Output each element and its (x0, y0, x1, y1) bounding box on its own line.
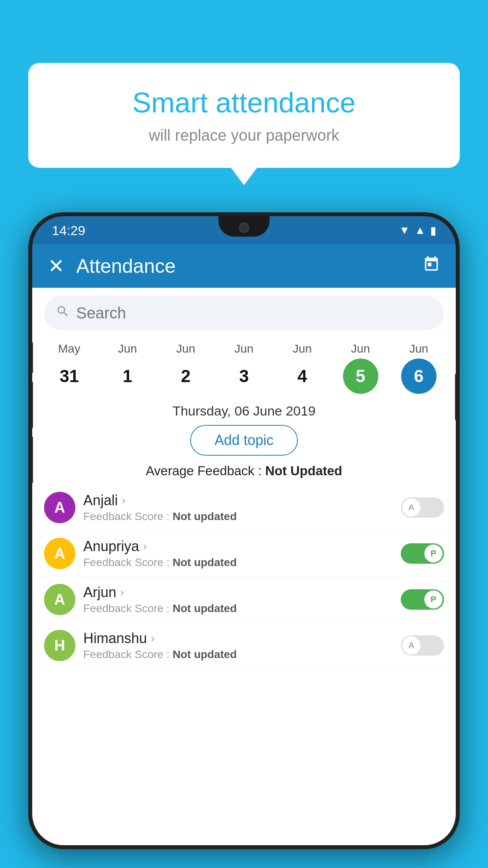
calendar-day-1[interactable]: Jun1 (102, 342, 153, 394)
phone-wrap: 14:29 ▼ ▲ ▮ ✕ Attendance (28, 212, 460, 868)
student-info-1: Anupriya ›Feedback Score : Not updated (83, 538, 393, 569)
student-info-3: Himanshu ›Feedback Score : Not updated (83, 630, 393, 661)
wifi-icon: ▼ (399, 224, 410, 237)
student-score-2: Feedback Score : Not updated (83, 602, 393, 615)
cal-day-number: 3 (226, 359, 262, 394)
student-chevron-2: › (120, 586, 124, 599)
attendance-toggle-1[interactable]: P (401, 543, 444, 564)
toggle-knob-3: A (402, 636, 420, 655)
student-chevron-0: › (122, 494, 125, 507)
cal-month-label: May (58, 342, 81, 355)
cal-day-number: 4 (284, 359, 320, 394)
cal-month-label: Jun (293, 342, 312, 355)
attendance-toggle-2[interactable]: P (401, 589, 444, 610)
calendar-day-2[interactable]: Jun2 (160, 342, 211, 394)
battery-icon: ▮ (430, 224, 436, 237)
student-score-1: Feedback Score : Not updated (83, 556, 393, 569)
add-topic-button[interactable]: Add topic (190, 425, 298, 456)
bubble-subtitle: will replace your paperwork (56, 127, 432, 144)
attendance-toggle-0[interactable]: A (401, 497, 444, 518)
student-name-3: Himanshu › (83, 630, 393, 647)
student-item-3[interactable]: HHimanshu ›Feedback Score : Not updatedA (40, 623, 448, 669)
cal-month-label: Jun (118, 342, 137, 355)
cal-day-number: 6 (401, 359, 437, 394)
power-button (455, 373, 460, 421)
bubble-title: Smart attendance (56, 86, 432, 119)
cal-day-number: 31 (51, 359, 87, 394)
search-icon (56, 304, 70, 322)
student-avatar-1: A (44, 538, 75, 569)
toggle-knob-1: P (424, 544, 442, 563)
camera (239, 223, 249, 233)
student-item-0[interactable]: AAnjali ›Feedback Score : Not updatedA (40, 485, 448, 531)
phone-frame: 14:29 ▼ ▲ ▮ ✕ Attendance (28, 212, 460, 849)
student-name-0: Anjali › (83, 492, 393, 509)
student-score-0: Feedback Score : Not updated (83, 510, 393, 523)
student-info-0: Anjali ›Feedback Score : Not updated (83, 492, 393, 523)
cal-month-label: Jun (351, 342, 370, 355)
student-name-1: Anupriya › (83, 538, 393, 555)
calendar-day-4[interactable]: Jun4 (277, 342, 328, 394)
avg-feedback-value: Not Updated (265, 463, 342, 478)
status-icons: ▼ ▲ ▮ (399, 224, 436, 237)
signal-icon: ▲ (415, 224, 426, 237)
student-list: AAnjali ›Feedback Score : Not updatedAAA… (32, 485, 456, 669)
calendar-day-0[interactable]: May31 (44, 342, 95, 394)
date-header: Thursday, 06 June 2019 (32, 403, 456, 419)
toggle-knob-2: P (424, 590, 442, 609)
avg-feedback: Average Feedback : Not Updated (32, 463, 456, 478)
status-time: 14:29 (52, 223, 85, 238)
cal-day-number: 5 (343, 359, 378, 394)
student-avatar-2: A (44, 584, 75, 615)
search-bar[interactable] (44, 296, 444, 330)
attendance-toggle-3[interactable]: A (401, 635, 444, 656)
student-avatar-3: H (44, 630, 75, 661)
calendar-strip: May31Jun1Jun2Jun3Jun4Jun5Jun6 (32, 338, 456, 394)
app-title: Attendance (76, 255, 176, 278)
student-name-2: Arjun › (83, 584, 393, 601)
assistant-button (28, 436, 33, 484)
speech-bubble: Smart attendance will replace your paper… (28, 63, 460, 168)
app-bar-left: ✕ Attendance (48, 255, 176, 278)
calendar-button[interactable] (423, 256, 440, 277)
volume-down-button (28, 381, 33, 428)
app-bar: ✕ Attendance (32, 245, 456, 288)
avg-feedback-label: Average Feedback : (146, 463, 262, 478)
student-item-1[interactable]: AAnupriya ›Feedback Score : Not updatedP (40, 531, 448, 577)
student-item-2[interactable]: AArjun ›Feedback Score : Not updatedP (40, 577, 448, 623)
close-button[interactable]: ✕ (48, 255, 64, 278)
student-chevron-3: › (151, 632, 154, 645)
calendar-day-5[interactable]: Jun5 (335, 342, 386, 394)
cal-month-label: Jun (409, 342, 428, 355)
search-input[interactable] (76, 304, 432, 322)
cal-month-label: Jun (176, 342, 195, 355)
toggle-knob-0: A (402, 498, 420, 517)
cal-day-number: 2 (168, 359, 204, 394)
phone-notch (218, 216, 270, 237)
cal-day-number: 1 (110, 359, 145, 394)
student-score-3: Feedback Score : Not updated (83, 648, 393, 661)
volume-up-button (28, 342, 33, 373)
cal-month-label: Jun (235, 342, 253, 355)
student-chevron-1: › (143, 540, 147, 553)
student-avatar-0: A (44, 492, 75, 523)
calendar-day-3[interactable]: Jun3 (218, 342, 270, 394)
screen-content: May31Jun1Jun2Jun3Jun4Jun5Jun6 Thursday, … (32, 288, 456, 845)
student-info-2: Arjun ›Feedback Score : Not updated (83, 584, 393, 615)
calendar-day-6[interactable]: Jun6 (393, 342, 444, 394)
